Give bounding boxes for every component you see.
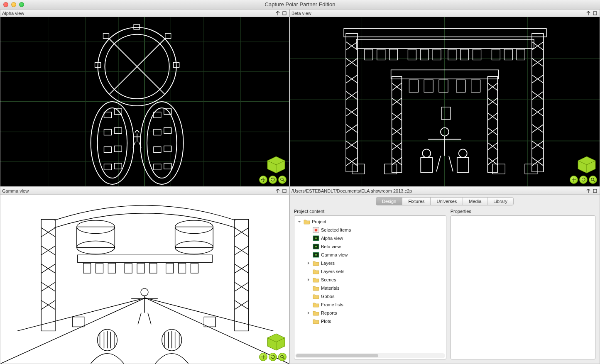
svg-rect-88 [421,157,432,172]
gamma-view-header[interactable]: Gamma view [0,187,289,195]
tree-row[interactable]: Gamma view [295,251,445,259]
svg-point-125 [281,355,283,358]
svg-rect-113 [191,263,198,273]
gamma-drawing [0,195,289,364]
svg-rect-26 [114,146,122,151]
close-window-button[interactable] [3,2,8,7]
svg-rect-58 [356,39,534,49]
beta-view-header[interactable]: Beta view [290,10,600,17]
beta-view-title: Beta view [291,11,311,16]
folder-icon [313,318,319,324]
orientation-cube-icon[interactable] [266,333,287,351]
svg-point-18 [98,108,127,178]
alpha-viewport[interactable] [0,17,289,186]
pop-out-icon[interactable] [275,188,281,194]
folder-icon [313,277,319,283]
tab-media[interactable]: Media [463,197,487,205]
svg-rect-96 [41,220,55,331]
project-tree[interactable]: ProjectSelected itemsAlpha viewBeta view… [294,216,446,327]
disclosure-triangle-icon[interactable] [306,277,311,282]
tree-label: Reports [321,310,337,315]
nav-move-button[interactable] [259,176,267,184]
svg-rect-62 [389,49,398,60]
project-tree-box[interactable]: ProjectSelected itemsAlpha viewBeta view… [294,215,446,359]
tree-row[interactable]: Layers sets [295,267,445,276]
tree-label: Project [312,219,326,224]
orientation-cube-icon[interactable] [266,156,287,174]
svg-rect-102 [175,227,213,248]
svg-point-89 [459,149,467,157]
tab-fixtures[interactable]: Fixtures [402,197,431,205]
folder-icon [313,310,319,316]
nav-zoom-button[interactable] [278,353,287,361]
expand-icon[interactable] [282,10,287,16]
nav-zoom-button[interactable] [589,176,597,184]
svg-rect-56 [487,76,497,172]
svg-rect-41 [134,24,140,29]
svg-rect-77 [441,107,451,120]
svg-rect-90 [457,157,469,172]
gamma-viewport[interactable] [0,195,289,364]
properties-box[interactable] [451,215,595,359]
beta-drawing [290,17,600,186]
alpha-view-header[interactable]: Alpha view [0,10,289,17]
tree-row[interactable]: Gobos [295,292,445,300]
nav-rotate-button[interactable] [579,176,588,184]
svg-rect-34 [164,146,171,151]
orientation-cube-icon[interactable] [576,156,597,174]
nav-move-button[interactable] [259,353,267,361]
disclosure-triangle-icon[interactable] [306,261,311,266]
expand-icon[interactable] [592,188,598,194]
expand-icon[interactable] [592,10,598,16]
tree-row[interactable]: Alpha view [295,234,445,242]
tree-row[interactable]: Layers [295,259,445,267]
tab-universes[interactable]: Universes [430,197,463,205]
project-content-label: Project content [294,209,446,214]
disclosure-triangle-icon[interactable] [306,310,311,315]
tab-library[interactable]: Library [487,197,514,205]
tab-design[interactable]: Design [376,197,402,205]
svg-rect-81 [525,164,537,174]
tree-row[interactable]: Project [295,217,445,226]
horizontal-scrollbar[interactable] [295,353,445,358]
scrollbar-thumb[interactable] [296,354,378,357]
pop-out-icon[interactable] [585,188,591,194]
beta-viewport[interactable] [290,17,600,186]
expand-icon[interactable] [282,188,287,194]
pop-out-icon[interactable] [275,10,281,16]
project-panel-header[interactable]: /Users/ESTEBANDLT/Documents/ELA showroom… [290,187,600,195]
tree-label: Plots [321,319,331,324]
minimize-window-button[interactable] [11,2,16,7]
inspector: Design Fixtures Universes Media Library … [290,195,600,364]
svg-rect-25 [104,147,111,152]
zoom-window-button[interactable] [19,2,24,7]
pop-out-icon[interactable] [585,10,591,16]
tree-row[interactable]: Selected items [295,226,445,234]
tree-row[interactable]: Scenes [295,276,445,284]
nav-rotate-button[interactable] [269,353,277,361]
svg-line-94 [594,181,595,182]
tree-label: Frame lists [321,302,343,307]
nav-move-button[interactable] [570,176,578,184]
svg-point-129 [315,229,317,231]
beta-view-panel: Beta view [289,9,600,187]
project-panel-title: /Users/ESTEBANDLT/Documents/ELA showroom… [291,188,412,193]
svg-rect-74 [439,80,448,92]
tree-row[interactable]: Reports [295,309,445,317]
disclosure-triangle-icon[interactable] [297,219,302,224]
tree-row[interactable]: Materials [295,284,445,292]
gamma-view-panel: Gamma view [0,187,289,364]
nav-rotate-button[interactable] [269,176,277,184]
tree-row[interactable]: Plots [295,317,445,325]
svg-rect-59 [391,70,499,79]
tree-row[interactable]: Frame lists [295,300,445,309]
svg-rect-73 [424,80,433,92]
svg-rect-97 [235,220,249,331]
folder-icon [313,293,319,299]
window-title: Capture Polar Partner Edition [0,1,600,7]
svg-rect-28 [114,163,122,169]
svg-point-114 [141,288,148,296]
nav-zoom-button[interactable] [278,176,287,184]
tree-row[interactable]: Beta view [295,242,445,251]
svg-rect-36 [164,163,171,169]
